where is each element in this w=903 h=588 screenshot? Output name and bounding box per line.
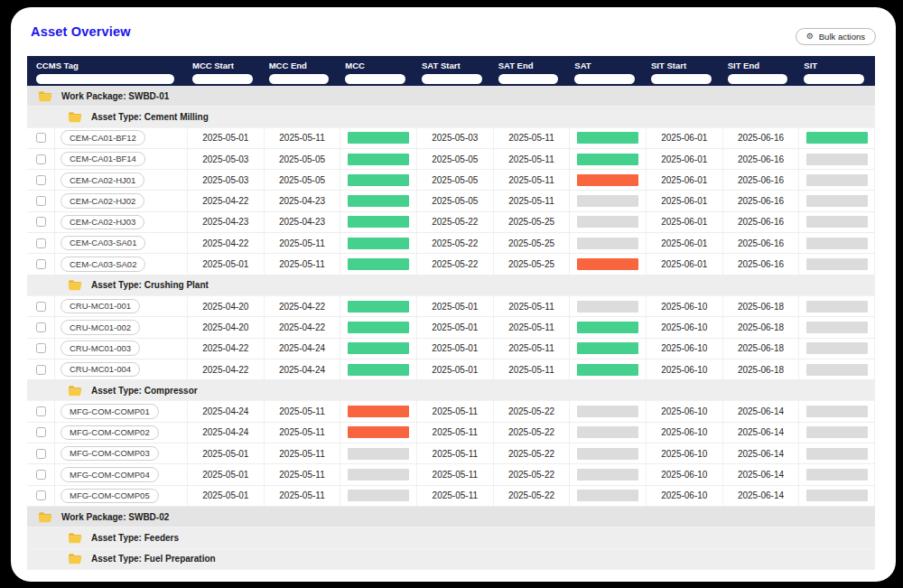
sit-end-cell: 2025-06-18 bbox=[722, 296, 799, 316]
mcc-cell bbox=[340, 296, 416, 316]
row-checkbox[interactable] bbox=[36, 217, 46, 227]
asset-type-row[interactable]: Asset Type: Compressor bbox=[27, 380, 875, 401]
filter-input-mcc-start[interactable] bbox=[192, 74, 253, 84]
ccms-tag-pill[interactable]: MFG-COM-COMP04 bbox=[61, 467, 159, 482]
sat-end-cell: 2025-05-11 bbox=[493, 149, 570, 169]
sit-start-cell: 2025-06-10 bbox=[646, 359, 722, 379]
sat-end-cell: 2025-05-11 bbox=[493, 317, 570, 337]
sat-cell bbox=[569, 423, 646, 443]
ccms-tag-pill[interactable]: CRU-MC01-002 bbox=[61, 320, 140, 335]
sit-end-cell: 2025-06-16 bbox=[722, 191, 799, 210]
sat-end-value: 2025-05-25 bbox=[508, 238, 554, 248]
sat-start-value: 2025-05-01 bbox=[432, 365, 478, 375]
work-package-row[interactable]: Work Package: SWBD-01 bbox=[27, 86, 875, 107]
ccms-tag-pill[interactable]: CRU-MC01-003 bbox=[61, 341, 140, 356]
bulk-actions-gear-icon: ⚙ bbox=[806, 33, 814, 41]
sit-end-cell: 2025-06-18 bbox=[722, 317, 799, 337]
status-bar-pending bbox=[806, 426, 868, 438]
asset-type-row[interactable]: Asset Type: Fuel Preparation bbox=[27, 549, 875, 570]
mcc-start-cell: 2025-05-01 bbox=[187, 443, 264, 463]
row-checkbox[interactable] bbox=[36, 302, 46, 312]
bulk-actions-button[interactable]: ⚙ Bulk actions bbox=[796, 28, 876, 45]
filter-input-sit-end[interactable] bbox=[728, 74, 788, 84]
column-header-ccms-tag: CCMS Tag bbox=[27, 61, 187, 84]
status-bar-pending bbox=[806, 364, 868, 376]
row-checkbox[interactable] bbox=[36, 196, 46, 206]
row-checkbox[interactable] bbox=[36, 322, 46, 332]
row-checkbox[interactable] bbox=[36, 154, 46, 164]
sit-end-value: 2025-06-16 bbox=[738, 238, 784, 248]
filter-input-sat[interactable] bbox=[574, 74, 635, 84]
status-bar-pending bbox=[806, 490, 868, 501]
sat-start-value: 2025-05-01 bbox=[432, 343, 478, 353]
sit-end-cell: 2025-06-14 bbox=[722, 464, 799, 484]
row-checkbox[interactable] bbox=[36, 449, 46, 459]
mcc-cell bbox=[340, 128, 416, 148]
row-checkbox[interactable] bbox=[36, 365, 46, 375]
checkbox-cell bbox=[27, 486, 54, 506]
mcc-end-value: 2025-05-11 bbox=[279, 259, 324, 269]
filter-input-mcc[interactable] bbox=[345, 74, 405, 84]
status-bar-done bbox=[577, 132, 638, 144]
ccms-tag-pill[interactable]: CEM-CA02-HJ01 bbox=[61, 173, 144, 188]
ccms-tag-pill[interactable]: CEM-CA02-HJ03 bbox=[61, 215, 144, 230]
row-checkbox[interactable] bbox=[36, 490, 46, 500]
asset-type-row[interactable]: Asset Type: Feeders bbox=[27, 527, 875, 548]
ccms-tag-pill[interactable]: CEM-CA03-SA02 bbox=[61, 257, 145, 272]
sit-end-cell: 2025-06-18 bbox=[722, 339, 799, 359]
filter-input-ccms-tag[interactable] bbox=[36, 74, 174, 84]
sit-start-value: 2025-06-10 bbox=[661, 449, 707, 459]
sit-end-cell: 2025-06-14 bbox=[722, 401, 799, 421]
work-package-row[interactable]: Work Package: SWBD-02 bbox=[27, 507, 875, 527]
status-bar-pending bbox=[348, 448, 409, 460]
sat-end-cell: 2025-05-11 bbox=[493, 170, 570, 190]
mcc-end-value: 2025-04-24 bbox=[279, 365, 325, 375]
column-header-sit-end: SIT End bbox=[722, 61, 799, 84]
sit-start-cell: 2025-06-01 bbox=[646, 254, 722, 274]
asset-type-row[interactable]: Asset Type: Cement Milling bbox=[27, 107, 875, 127]
row-checkbox[interactable] bbox=[36, 406, 46, 416]
sit-end-cell: 2025-06-16 bbox=[722, 149, 799, 169]
sit-end-cell: 2025-06-14 bbox=[722, 486, 799, 506]
row-checkbox[interactable] bbox=[36, 259, 46, 269]
row-checkbox[interactable] bbox=[36, 238, 46, 248]
ccms-tag-pill[interactable]: CEM-CA01-BF14 bbox=[61, 152, 145, 167]
row-checkbox[interactable] bbox=[36, 133, 46, 143]
status-bar-done bbox=[348, 364, 409, 376]
sat-end-value: 2025-05-11 bbox=[508, 133, 554, 143]
row-checkbox[interactable] bbox=[36, 175, 46, 185]
ccms-tag-cell: MFG-COM-COMP02 bbox=[54, 423, 187, 443]
table-header-row: CCMS TagMCC StartMCC EndMCCSAT StartSAT … bbox=[27, 56, 875, 86]
row-checkbox[interactable] bbox=[36, 343, 46, 353]
ccms-tag-cell: CEM-CA02-HJ02 bbox=[54, 191, 187, 210]
sat-start-value: 2025-05-11 bbox=[433, 406, 478, 416]
asset-type-label: Asset Type: Compressor bbox=[91, 386, 198, 396]
filter-input-sit[interactable] bbox=[804, 74, 864, 84]
ccms-tag-pill[interactable]: MFG-COM-COMP03 bbox=[61, 446, 159, 462]
sat-cell bbox=[569, 191, 646, 210]
mcc-end-cell: 2025-05-05 bbox=[264, 170, 340, 190]
checkbox-cell bbox=[27, 296, 54, 316]
folder-icon bbox=[68, 385, 82, 397]
ccms-tag-pill[interactable]: CRU-MC01-001 bbox=[61, 299, 140, 314]
filter-input-sit-start[interactable] bbox=[651, 74, 712, 84]
ccms-tag-pill[interactable]: CEM-CA03-SA01 bbox=[61, 236, 145, 251]
ccms-tag-pill[interactable]: CRU-MC01-004 bbox=[61, 362, 140, 378]
ccms-tag-pill[interactable]: MFG-COM-COMP02 bbox=[61, 425, 159, 441]
filter-input-sat-end[interactable] bbox=[498, 74, 559, 84]
ccms-tag-pill[interactable]: MFG-COM-COMP01 bbox=[61, 404, 159, 419]
filter-input-sat-start[interactable] bbox=[422, 74, 482, 84]
row-checkbox[interactable] bbox=[36, 427, 46, 437]
sat-start-cell: 2025-05-22 bbox=[416, 233, 493, 253]
filter-input-mcc-end[interactable] bbox=[269, 74, 330, 84]
status-bar-done bbox=[577, 154, 638, 165]
ccms-tag-pill[interactable]: CEM-CA01-BF12 bbox=[61, 130, 145, 145]
asset-type-row[interactable]: Asset Type: Crushing Plant bbox=[27, 275, 875, 296]
row-checkbox[interactable] bbox=[36, 470, 46, 480]
sit-start-cell: 2025-06-10 bbox=[646, 401, 722, 421]
ccms-tag-cell: MFG-COM-COMP04 bbox=[54, 464, 187, 484]
ccms-tag-pill[interactable]: CEM-CA02-HJ02 bbox=[61, 193, 144, 209]
sat-end-cell: 2025-05-11 bbox=[493, 191, 570, 210]
ccms-tag-pill[interactable]: MFG-COM-COMP05 bbox=[61, 489, 159, 504]
sat-start-cell: 2025-05-01 bbox=[416, 339, 493, 359]
